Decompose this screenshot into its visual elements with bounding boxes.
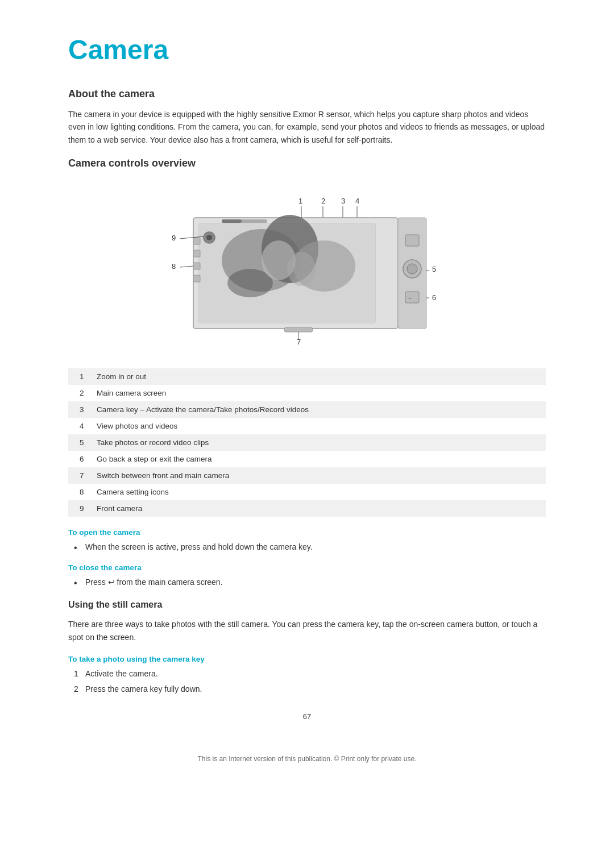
control-number: 2 bbox=[68, 385, 91, 401]
control-number: 4 bbox=[68, 418, 91, 434]
svg-text:6: 6 bbox=[432, 293, 436, 302]
list-item: 1Activate the camera. bbox=[74, 668, 546, 680]
control-description: Take photos or record video clips bbox=[91, 434, 546, 451]
control-number: 5 bbox=[68, 434, 91, 451]
page-number: 67 bbox=[68, 712, 546, 721]
svg-rect-19 bbox=[193, 263, 200, 269]
control-number: 1 bbox=[68, 368, 91, 385]
control-number: 9 bbox=[68, 500, 91, 517]
about-camera-heading: About the camera bbox=[68, 88, 546, 100]
svg-point-25 bbox=[407, 264, 417, 274]
still-camera-heading: Using the still camera bbox=[68, 600, 546, 610]
control-number: 3 bbox=[68, 401, 91, 418]
svg-rect-39 bbox=[284, 327, 313, 332]
about-camera-body: The camera in your device is equipped wi… bbox=[68, 108, 546, 146]
table-row: 9 Front camera bbox=[68, 500, 546, 517]
close-camera-list: Press ↩ from the main camera screen. bbox=[74, 576, 546, 588]
svg-text:7: 7 bbox=[297, 338, 301, 346]
page-footer: This is an Internet version of this publ… bbox=[68, 755, 546, 763]
list-item: 2Press the camera key fully down. bbox=[74, 683, 546, 695]
page-title: Camera bbox=[68, 34, 546, 65]
controls-overview-heading: Camera controls overview bbox=[68, 157, 546, 169]
control-number: 7 bbox=[68, 467, 91, 484]
table-row: 1 Zoom in or out bbox=[68, 368, 546, 385]
open-camera-bullet: When the screen is active, press and hol… bbox=[74, 541, 546, 553]
svg-rect-18 bbox=[193, 250, 200, 257]
table-row: 4 View photos and videos bbox=[68, 418, 546, 434]
svg-rect-20 bbox=[193, 275, 200, 282]
controls-table: 1 Zoom in or out 2 Main camera screen 3 … bbox=[68, 368, 546, 517]
svg-text:4: 4 bbox=[355, 197, 359, 205]
svg-text:←: ← bbox=[408, 294, 414, 301]
camera-diagram: 1 2 3 4 bbox=[68, 181, 546, 363]
control-description: Front camera bbox=[91, 500, 546, 517]
open-camera-list: When the screen is active, press and hol… bbox=[74, 541, 546, 553]
control-description: Zoom in or out bbox=[91, 368, 546, 385]
take-photo-steps: 1Activate the camera.2Press the camera k… bbox=[74, 668, 546, 695]
control-description: Go back a step or exit the camera bbox=[91, 451, 546, 467]
close-camera-heading: To close the camera bbox=[68, 563, 546, 572]
control-number: 8 bbox=[68, 484, 91, 500]
still-camera-body: There are three ways to take photos with… bbox=[68, 618, 546, 643]
svg-line-36 bbox=[180, 266, 193, 267]
svg-text:9: 9 bbox=[172, 234, 176, 242]
control-description: Main camera screen bbox=[91, 385, 546, 401]
control-description: Switch between front and main camera bbox=[91, 467, 546, 484]
control-description: View photos and videos bbox=[91, 418, 546, 434]
open-camera-heading: To open the camera bbox=[68, 528, 546, 537]
control-description: Camera setting icons bbox=[91, 484, 546, 500]
back-arrow-icon: ↩ bbox=[108, 576, 115, 588]
table-row: 3 Camera key – Activate the camera/Take … bbox=[68, 401, 546, 418]
table-row: 7 Switch between front and main camera bbox=[68, 467, 546, 484]
table-row: 2 Main camera screen bbox=[68, 385, 546, 401]
svg-rect-17 bbox=[193, 238, 200, 244]
svg-point-16 bbox=[287, 252, 316, 286]
table-row: 6 Go back a step or exit the camera bbox=[68, 451, 546, 467]
svg-text:2: 2 bbox=[321, 197, 325, 205]
svg-point-22 bbox=[206, 235, 212, 240]
control-description: Camera key – Activate the camera/Take ph… bbox=[91, 401, 546, 418]
svg-text:5: 5 bbox=[432, 265, 436, 273]
control-number: 6 bbox=[68, 451, 91, 467]
svg-rect-26 bbox=[405, 235, 419, 246]
take-photo-heading: To take a photo using the camera key bbox=[68, 655, 546, 663]
svg-text:3: 3 bbox=[341, 197, 345, 205]
table-row: 8 Camera setting icons bbox=[68, 484, 546, 500]
svg-text:1: 1 bbox=[298, 197, 302, 205]
svg-rect-41 bbox=[222, 219, 242, 223]
svg-text:8: 8 bbox=[172, 262, 176, 271]
close-camera-bullet: Press ↩ from the main camera screen. bbox=[74, 576, 546, 588]
table-row: 5 Take photos or record video clips bbox=[68, 434, 546, 451]
